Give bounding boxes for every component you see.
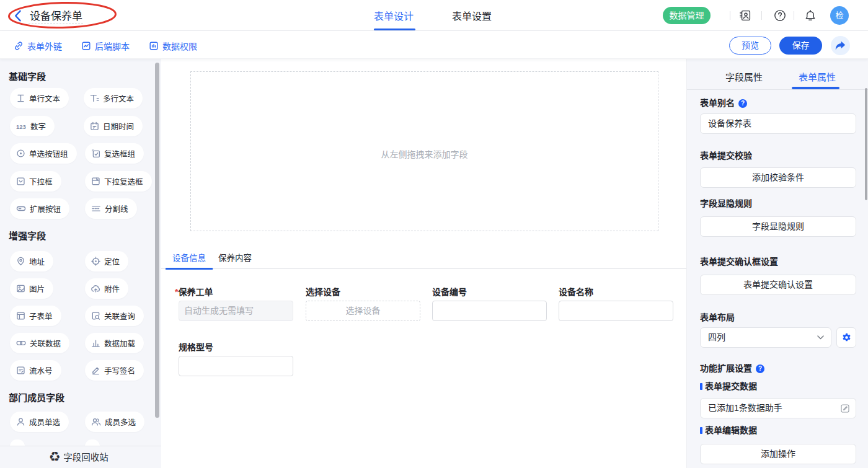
svg-text:123: 123 — [16, 123, 26, 130]
